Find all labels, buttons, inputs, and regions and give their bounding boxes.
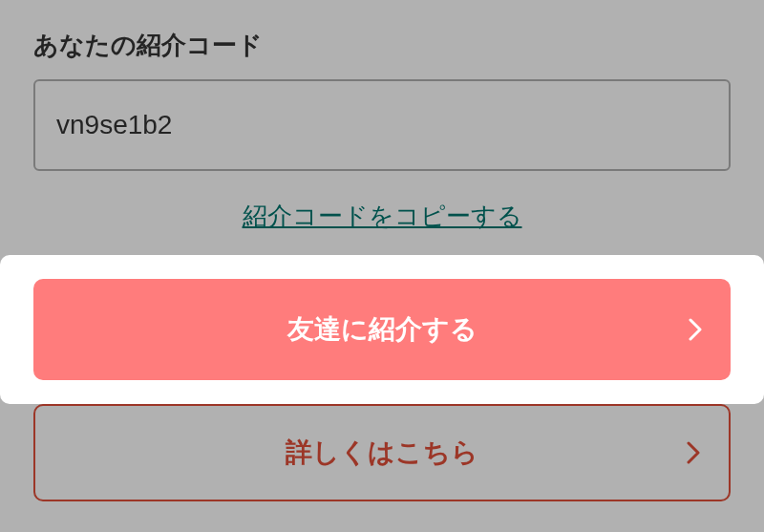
chevron-right-icon — [685, 439, 702, 466]
copy-code-link[interactable]: 紹介コードをコピーする — [33, 200, 731, 233]
referral-code-label: あなたの紹介コード — [33, 29, 731, 62]
details-button[interactable]: 詳しくはこちら — [33, 404, 731, 501]
referral-code-display: vn9se1b2 — [33, 79, 731, 171]
details-button-label: 詳しくはこちら — [286, 435, 478, 471]
share-referral-button-label: 友達に紹介する — [287, 311, 478, 348]
highlight-wrapper: 友達に紹介する — [0, 255, 764, 404]
chevron-right-icon — [687, 316, 704, 343]
share-referral-button[interactable]: 友達に紹介する — [33, 279, 731, 380]
